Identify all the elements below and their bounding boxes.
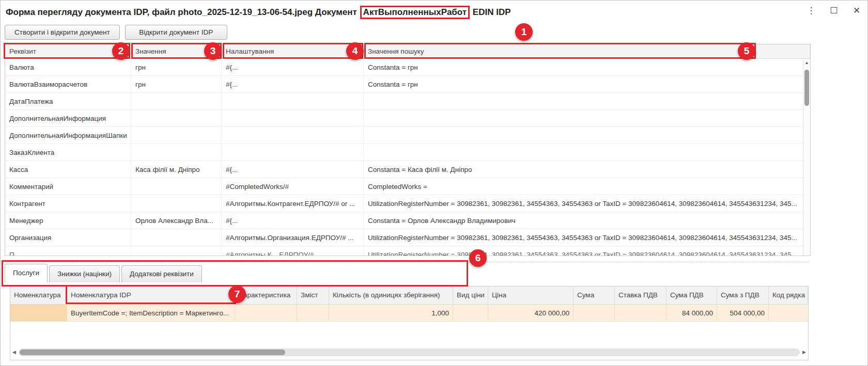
scroll-right-icon[interactable]: ▶ [802,349,806,355]
cell-requisite: ЗаказКлиента [5,144,131,161]
cell-quantity[interactable]: 1,000 [329,305,453,322]
vertical-scrollbar-thumb[interactable] [804,70,809,106]
cell-vat-sum[interactable]: 84 000,00 [667,305,717,322]
column-header-sum[interactable]: Сума [574,287,615,304]
cell-search-value: Constanta = грн [364,76,803,92]
cell-requisite: Организация [5,229,131,246]
cell-vat-rate[interactable] [615,305,667,322]
cell-value [131,246,222,256]
create-and-open-document-button[interactable]: Створити і відкрити документ [5,25,120,40]
cell-requisite: П [5,246,131,256]
column-header-requisite[interactable]: Реквізит [5,44,131,58]
cell-sum-with-vat[interactable]: 504 000,00 [717,305,769,322]
column-header-value[interactable]: Значення [131,44,222,58]
open-idp-document-button[interactable]: Відкрити документ IDP [125,25,227,40]
cell-settings: #{... [222,212,364,229]
title-bar: Форма перегляду документа IDP, файл phot… [1,1,867,23]
cell-value: грн [131,59,222,75]
column-header-sum-with-vat[interactable]: Сума з ПДВ [717,287,769,304]
cell-settings: #Алгоритмы.К... ЕДРПОУ/# [222,246,364,256]
cell-settings [222,127,364,144]
cell-value: грн [131,76,222,92]
column-header-price-type[interactable]: Вид ціни [453,287,488,304]
column-header-nomenclature-idp[interactable]: Номенклатура IDP [67,287,235,304]
requisite-row[interactable]: Контрагент#Алгоритмы.Контрагент.ЕДРПОУ/#… [5,195,803,212]
horizontal-scrollbar-track[interactable] [19,348,800,356]
title-highlighted-doc-type: АктВыполненныхРабот [360,6,470,19]
scroll-up-icon[interactable]: ▲ [803,60,810,65]
tab-additional-requisites[interactable]: Додаткові реквізити [121,265,202,282]
cell-value [131,195,222,212]
cell-settings [222,93,364,109]
cell-value: Орлов Александр Вла... [131,212,222,229]
service-row[interactable]: BuyerItemCode =; ItemDescription = Марке… [10,305,808,322]
cell-nomenclature-idp[interactable]: BuyerItemCode =; ItemDescription = Марке… [67,305,235,322]
cell-settings: #Алгоритмы.Организация.ЕДРПОУ/# ... [222,229,364,246]
requisite-row[interactable]: ВалютаВзаиморасчетовгрн#{...Constanta = … [5,76,803,93]
toolbar: Створити і відкрити документ Відкрити до… [5,25,227,40]
cell-search-value [364,144,803,161]
services-table: Номенклатура Номенклатура IDP Характерис… [10,286,809,360]
cell-line-code[interactable] [769,305,808,322]
cell-value [131,93,222,109]
column-header-content[interactable]: Зміст [297,287,329,304]
cell-value [131,110,222,126]
cell-requisite: ДополнительнаяИнформация [5,110,131,126]
cell-characteristic[interactable] [235,305,297,322]
column-header-price[interactable]: Ціна [488,287,574,304]
column-header-vat-sum[interactable]: Сума ПДВ [667,287,717,304]
cell-nomenclature[interactable] [10,305,67,322]
requisite-row[interactable]: КассаКаса філії м. Дніпро#{...Constanta … [5,161,803,178]
tab-services[interactable]: Послуги [5,264,48,282]
cell-requisite: Комментарий [5,178,131,195]
cell-requisite: Менеджер [5,212,131,229]
scroll-left-icon[interactable]: ◀ [12,349,16,355]
column-header-characteristic[interactable]: Характеристика [235,287,297,304]
title-suffix: EDIN IDP [470,7,510,17]
requisites-table-header: Реквізит Значення Налаштування Значення … [5,44,810,59]
requisite-row[interactable]: ДополнительнаяИнформацияШапки [5,127,803,144]
vertical-scrollbar[interactable]: ▲ [803,59,810,256]
requisite-row[interactable]: ДополнительнаяИнформация [5,110,803,127]
cell-content[interactable] [297,305,329,322]
close-icon[interactable]: ✕ [851,5,862,17]
cell-settings: #Алгоритмы.Контрагент.ЕДРПОУ/# or ... [222,195,364,212]
requisite-row[interactable]: МенеджерОрлов Александр Вла...#{...Const… [5,212,803,229]
cell-requisite: Валюта [5,59,131,75]
cell-search-value: UtilizationRegisterNumber = 30982361, 30… [364,229,803,246]
cell-requisite: ДатаПлатежа [5,93,131,109]
column-header-vat-rate[interactable]: Ставка ПДВ [615,287,667,304]
horizontal-scrollbar-thumb[interactable] [20,349,285,355]
requisites-table-body: Валютагрн#{...Constanta = грнВалютаВзаим… [5,59,803,256]
cell-search-value [364,93,803,109]
column-header-line-code[interactable]: Код рядка [769,287,808,304]
cell-sum[interactable] [574,305,615,322]
document-view-window: Форма перегляду документа IDP, файл phot… [0,0,868,366]
column-header-search-value[interactable]: Значення пошуку [364,44,810,58]
requisite-row[interactable]: П#Алгоритмы.К... ЕДРПОУ/#UtilizationRegi… [5,246,803,256]
horizontal-scrollbar[interactable]: ◀ ▶ [12,348,806,357]
cell-price[interactable]: 420 000,00 [488,305,574,322]
requisite-row[interactable]: ЗаказКлиента [5,144,803,161]
cell-value: Каса філії м. Дніпро [131,161,222,178]
page-title: Форма перегляду документа IDP, файл phot… [6,6,511,19]
cell-settings: #CompletedWorks/# [222,178,364,195]
column-header-settings[interactable]: Налаштування [222,44,364,58]
cell-requisite: ДополнительнаяИнформацияШапки [5,127,131,144]
more-menu-icon[interactable]: ⋮ [805,5,817,17]
requisite-row[interactable]: Комментарий#CompletedWorks/#CompletedWor… [5,178,803,195]
requisite-row[interactable]: Организация#Алгоритмы.Организация.ЕДРПОУ… [5,229,803,246]
maximize-icon[interactable]: ☐ [828,5,840,17]
cell-price-type[interactable] [453,305,488,322]
cell-search-value [364,110,803,126]
tab-discounts[interactable]: Знижки (націнки) [49,265,120,282]
requisite-row[interactable]: Валютагрн#{...Constanta = грн [5,59,803,76]
column-header-nomenclature[interactable]: Номенклатура [10,287,67,304]
requisite-row[interactable]: ДатаПлатежа [5,93,803,110]
cell-search-value: Constanta = грн [364,59,803,75]
cell-value [131,178,222,195]
cell-settings: #{... [222,59,364,75]
cell-settings: #{... [222,76,364,92]
cell-search-value: Constanta = Каса філії м. Дніпро [364,161,803,178]
column-header-quantity[interactable]: Кількість (в одиницях зберігання) [329,287,453,304]
